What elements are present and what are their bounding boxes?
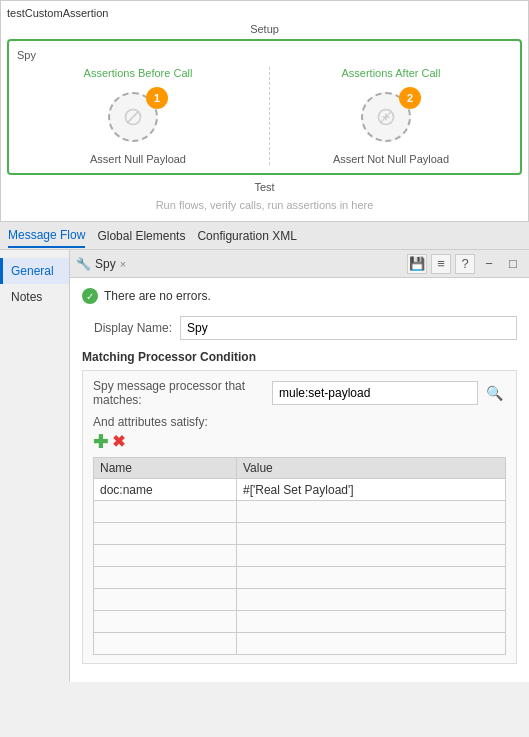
- minimise-toolbar-icon[interactable]: −: [479, 254, 499, 274]
- badge-2: 2: [399, 87, 421, 109]
- attr-name-cell: [94, 501, 237, 523]
- status-icon: ✓: [82, 288, 98, 304]
- attr-name-cell: [94, 633, 237, 655]
- section-title: Matching Processor Condition: [82, 350, 517, 364]
- attr-name-cell: [94, 523, 237, 545]
- table-row[interactable]: [94, 633, 506, 655]
- main-panel: 🔧 Spy × 💾 ≡ ? − □ ✓ There are no errors.…: [70, 250, 529, 682]
- tabs-bar: Message Flow Global Elements Configurati…: [0, 222, 529, 250]
- list-toolbar-icon[interactable]: ≡: [431, 254, 451, 274]
- attr-value-cell: [236, 567, 505, 589]
- spy-tab-name: Spy: [95, 257, 116, 271]
- assertions-after-col: Assertions After Call 2 Assert Not Null …: [269, 67, 512, 165]
- table-row[interactable]: [94, 523, 506, 545]
- help-toolbar-icon[interactable]: ?: [455, 254, 475, 274]
- attr-value-cell: [236, 633, 505, 655]
- table-row[interactable]: [94, 545, 506, 567]
- tab-global-elements[interactable]: Global Elements: [97, 225, 185, 247]
- action-buttons: ✚ ✖: [93, 433, 506, 451]
- side-tab-general[interactable]: General: [0, 258, 69, 284]
- col-header-value: Value: [236, 458, 505, 479]
- svg-line-1: [127, 111, 139, 123]
- table-row[interactable]: [94, 501, 506, 523]
- spy-box: Spy Assertions Before Call 1 Assert Null…: [7, 39, 522, 175]
- processor-row: Spy message processor that matches: 🔍: [93, 379, 506, 407]
- table-row[interactable]: [94, 611, 506, 633]
- attr-name-cell: [94, 611, 237, 633]
- spy-tab-icon: 🔧: [76, 257, 91, 271]
- assert-not-null-label: Assert Not Null Payload: [333, 153, 449, 165]
- setup-label: Setup: [7, 23, 522, 35]
- attr-name-cell: [94, 545, 237, 567]
- assertions-before-col: Assertions Before Call 1 Assert Null Pay…: [17, 67, 259, 165]
- display-name-input[interactable]: [180, 316, 517, 340]
- display-name-label: Display Name:: [82, 321, 172, 335]
- attr-value-cell: [236, 523, 505, 545]
- spy-tab-close[interactable]: ×: [120, 258, 126, 270]
- tab-header: 🔧 Spy × 💾 ≡ ? − □: [70, 250, 529, 278]
- spy-box-title: Spy: [17, 49, 512, 61]
- remove-attribute-button[interactable]: ✖: [112, 433, 125, 451]
- badge-1: 1: [146, 87, 168, 109]
- content-area: General Notes 🔧 Spy × 💾 ≡ ? − □ ✓ There …: [0, 250, 529, 682]
- table-row[interactable]: doc:name#['Real Set Payload']: [94, 479, 506, 501]
- attr-value-cell: [236, 545, 505, 567]
- maximise-toolbar-icon[interactable]: □: [503, 254, 523, 274]
- svg-line-5: [380, 111, 392, 123]
- assertions-after-header: Assertions After Call: [341, 67, 440, 79]
- processor-input[interactable]: [272, 381, 478, 405]
- attr-value-cell: [236, 501, 505, 523]
- null-payload-icon: [123, 107, 143, 127]
- test-label: Test: [7, 181, 522, 193]
- search-button[interactable]: 🔍: [482, 381, 506, 405]
- matching-processor-section: Spy message processor that matches: 🔍 An…: [82, 370, 517, 664]
- assert-null-icon-wrapper: 1: [108, 87, 168, 147]
- attr-value-cell: [236, 589, 505, 611]
- save-toolbar-icon[interactable]: 💾: [407, 254, 427, 274]
- diagram-area: testCustomAssertion Setup Spy Assertions…: [0, 0, 529, 222]
- status-row: ✓ There are no errors.: [82, 288, 517, 304]
- add-attribute-button[interactable]: ✚: [93, 433, 108, 451]
- tab-configuration-xml[interactable]: Configuration XML: [197, 225, 296, 247]
- side-tabs: General Notes: [0, 250, 70, 682]
- attr-value-cell: [236, 611, 505, 633]
- table-row[interactable]: [94, 567, 506, 589]
- assert-not-null-icon-wrapper: 2: [361, 87, 421, 147]
- side-tab-notes[interactable]: Notes: [0, 284, 69, 310]
- test-hint: Run flows, verify calls, run assertions …: [7, 195, 522, 215]
- attr-value-cell: #['Real Set Payload']: [236, 479, 505, 501]
- attributes-table: Name Value doc:name#['Real Set Payload']: [93, 457, 506, 655]
- tab-header-label: 🔧 Spy ×: [76, 257, 126, 271]
- col-header-name: Name: [94, 458, 237, 479]
- diagram-title: testCustomAssertion: [7, 7, 522, 19]
- attr-name-cell: [94, 589, 237, 611]
- toolbar-icons: 💾 ≡ ? − □: [407, 254, 523, 274]
- attr-name-cell: doc:name: [94, 479, 237, 501]
- not-null-payload-icon: [376, 107, 396, 127]
- form-content: ✓ There are no errors. Display Name: Mat…: [70, 278, 529, 682]
- assertions-before-header: Assertions Before Call: [84, 67, 193, 79]
- processor-label: Spy message processor that matches:: [93, 379, 268, 407]
- display-name-row: Display Name:: [82, 316, 517, 340]
- attr-name-cell: [94, 567, 237, 589]
- attributes-label: And attributes satisfy:: [93, 415, 506, 429]
- tab-message-flow[interactable]: Message Flow: [8, 224, 85, 248]
- assert-null-label: Assert Null Payload: [90, 153, 186, 165]
- status-text: There are no errors.: [104, 289, 211, 303]
- assertions-row: Assertions Before Call 1 Assert Null Pay…: [17, 67, 512, 165]
- table-row[interactable]: [94, 589, 506, 611]
